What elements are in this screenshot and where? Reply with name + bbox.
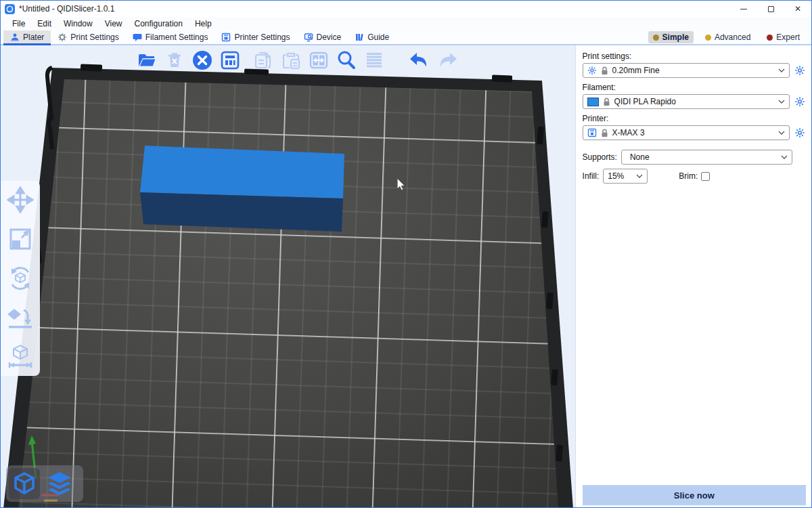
place-on-face-icon — [6, 303, 35, 332]
gear-icon — [587, 66, 597, 75]
measure-gizmo-button[interactable] — [5, 342, 35, 372]
search-button[interactable] — [334, 48, 359, 72]
menu-configuration[interactable]: Configuration — [129, 18, 189, 30]
printer-combo[interactable]: X-MAX 3 — [583, 125, 790, 140]
paste-button[interactable] — [279, 48, 303, 72]
tab-plater[interactable]: Plater — [3, 30, 51, 44]
maximize-button[interactable] — [757, 1, 784, 17]
tab-label: Device — [317, 33, 342, 42]
mode-label: Expert — [776, 33, 800, 42]
print-settings-combo[interactable]: 0.20mm Fine — [583, 63, 790, 78]
tab-guide[interactable]: Guide — [348, 30, 396, 44]
mode-label: Simple — [662, 33, 689, 42]
editor-view-button[interactable] — [9, 468, 40, 499]
split-button[interactable] — [307, 48, 331, 72]
filament-icon — [133, 33, 142, 42]
scale-icon — [7, 226, 34, 253]
settings-panel: Print settings: 0.20mm Fine Filament: QI… — [575, 45, 811, 507]
print-settings-label: Print settings: — [583, 51, 806, 61]
menu-help[interactable]: Help — [189, 18, 218, 30]
tab-label: Printer Settings — [234, 33, 290, 42]
tab-print-settings[interactable]: Print Settings — [51, 30, 125, 44]
chevron-down-icon — [778, 100, 785, 104]
filament-combo[interactable]: QIDI PLA Rapido — [583, 94, 790, 109]
print-settings-value: 0.20mm Fine — [612, 66, 774, 75]
print-settings-edit-button[interactable] — [794, 64, 806, 77]
undo-icon — [408, 50, 431, 70]
mode-selector: Simple Advanced Expert — [648, 30, 811, 44]
preview-view-button[interactable] — [44, 468, 75, 499]
filament-label: Filament: — [583, 83, 806, 92]
rotate-gizmo-button[interactable] — [5, 263, 35, 293]
open-folder-icon — [137, 50, 157, 70]
model-box[interactable] — [140, 146, 344, 232]
minimize-button[interactable] — [730, 1, 757, 17]
tab-printer-settings[interactable]: Printer Settings — [215, 30, 296, 44]
printer-label: Printer: — [583, 114, 806, 123]
delete-button[interactable] — [162, 48, 187, 72]
menu-window[interactable]: Window — [58, 18, 99, 30]
chevron-down-icon — [781, 155, 788, 159]
menu-file[interactable]: File — [6, 18, 31, 30]
gear-icon — [794, 127, 805, 138]
redo-button[interactable] — [435, 48, 459, 72]
brim-checkbox[interactable] — [701, 172, 710, 181]
printer-icon — [587, 128, 597, 137]
supports-combo[interactable]: None — [621, 150, 792, 165]
delete-all-button[interactable] — [190, 48, 215, 72]
expert-mode-dot-icon — [767, 35, 773, 41]
lock-icon — [601, 129, 608, 137]
printer-icon — [221, 33, 231, 42]
split-icon — [309, 50, 329, 70]
mode-advanced[interactable]: Advanced — [700, 31, 755, 43]
delete-all-icon — [191, 49, 213, 71]
plater-icon — [10, 33, 20, 42]
scale-gizmo-button[interactable] — [5, 224, 35, 254]
filament-edit-button[interactable] — [794, 96, 806, 108]
tab-filament-settings[interactable]: Filament Settings — [126, 30, 215, 44]
build-plate-scene — [1, 45, 575, 507]
menu-view[interactable]: View — [99, 18, 129, 30]
mode-simple[interactable]: Simple — [648, 31, 694, 43]
redo-icon — [436, 50, 459, 70]
mode-label: Advanced — [715, 33, 750, 42]
title-bar: *Untitled - QIDISlicer-1.0.1 ✕ — [1, 1, 811, 17]
rotate-icon — [6, 264, 35, 293]
place-on-face-gizmo-button[interactable] — [5, 303, 35, 333]
brim-label: Brim: — [679, 171, 698, 181]
3d-editor-view-icon — [12, 471, 37, 496]
infill-combo[interactable]: 15% — [603, 169, 648, 184]
paste-icon — [281, 50, 301, 70]
copy-button[interactable] — [251, 48, 275, 72]
delete-trash-icon — [165, 51, 184, 70]
menu-edit[interactable]: Edit — [31, 18, 58, 30]
menu-bar: File Edit Window View Configuration Help — [1, 17, 811, 30]
printer-edit-button[interactable] — [794, 127, 806, 139]
supports-value: None — [626, 152, 777, 162]
close-button[interactable]: ✕ — [784, 1, 811, 17]
open-button[interactable] — [135, 48, 159, 72]
filament-value: QIDI PLA Rapido — [614, 97, 774, 106]
printer-value: X-MAX 3 — [612, 128, 774, 137]
measure-icon — [6, 343, 35, 371]
move-gizmo-button[interactable] — [5, 185, 35, 215]
filament-color-swatch — [587, 98, 599, 106]
undo-button[interactable] — [407, 48, 432, 72]
variable-layer-height-button[interactable] — [362, 48, 386, 72]
mode-expert[interactable]: Expert — [762, 31, 805, 43]
simple-mode-dot-icon — [653, 35, 659, 41]
gear-icon — [794, 65, 805, 76]
arrange-button[interactable] — [218, 48, 242, 72]
guide-books-icon — [355, 33, 364, 42]
variable-layer-height-icon — [364, 50, 384, 70]
copy-icon — [253, 50, 273, 70]
tab-device[interactable]: Device — [297, 30, 348, 44]
slice-now-button[interactable]: Slice now — [583, 485, 806, 505]
3d-viewport[interactable] — [1, 45, 575, 507]
tab-label: Print Settings — [70, 33, 118, 42]
tab-label: Guide — [367, 33, 389, 42]
search-icon — [336, 49, 357, 71]
app-window: *Untitled - QIDISlicer-1.0.1 ✕ File Edit… — [0, 0, 812, 508]
view-toggle-panel — [6, 465, 83, 502]
top-toolbar — [135, 48, 459, 72]
